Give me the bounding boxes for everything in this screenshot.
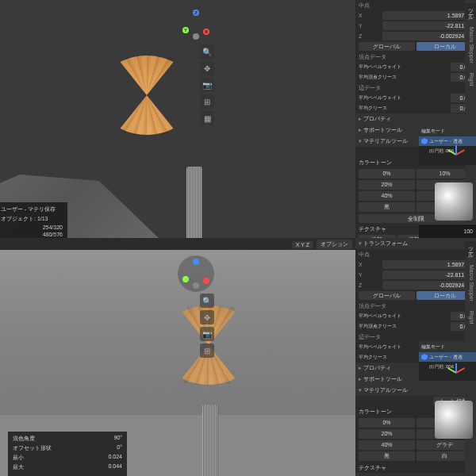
mode-dropdown[interactable]: 編集モード: [421, 128, 445, 135]
tone-black-button[interactable]: 黒: [359, 202, 415, 212]
mesh-bowtie-selected[interactable]: [111, 56, 182, 135]
tone-0-button[interactable]: 0%: [359, 169, 415, 178]
viewport-tools-bottom: 🔍 ✥ 📷 ⊞: [200, 294, 214, 358]
tab-right[interactable]: Right: [465, 71, 476, 87]
collection-icon: [421, 354, 428, 360]
offset-shape[interactable]: 0°: [117, 444, 122, 452]
axis-y-icon[interactable]: [182, 276, 189, 282]
median-y-b[interactable]: -22.811 m: [382, 271, 473, 279]
properties-header[interactable]: プロパティ: [355, 113, 476, 125]
mini-gizmo-bottom[interactable]: [444, 361, 468, 385]
top-pane: Z Y X 🔍 ✥ 📷 ⊞ ▦ ユーザー - マテリ保存 オブジェクト: 1/1…: [0, 0, 476, 238]
move-icon[interactable]: ✥: [200, 310, 214, 324]
persp-icon[interactable]: ⊞: [200, 344, 214, 358]
axis-x-icon[interactable]: X: [203, 29, 209, 35]
viewport-header: X Y Z オプション: [0, 238, 355, 251]
axis-z-icon[interactable]: [193, 259, 199, 265]
stats-title: ユーザー - マテリ保存: [1, 205, 56, 213]
zoom-icon[interactable]: 🔍: [200, 294, 214, 308]
axis-neg-icon[interactable]: [193, 282, 199, 289]
axis-neg-icon[interactable]: [193, 33, 199, 40]
median-x[interactable]: 1.5897 m: [382, 11, 473, 20]
material-preview-top[interactable]: [435, 182, 473, 221]
tab-tool[interactable]: ツール: [465, 3, 476, 19]
tone-20-button[interactable]: 20%: [359, 180, 415, 190]
stats-faces: 480/576: [43, 232, 63, 237]
median-label: 中点: [359, 2, 381, 10]
viewport-bottom[interactable]: X Y Z オプション 🔍 ✥ 📷 ⊞ 混色角度90° オフセット形状0° 最小…: [0, 238, 355, 476]
stats-obj: オブジェクト: 1/13: [1, 215, 48, 223]
tab-macro[interactable]: Macro Stepper: [465, 25, 476, 65]
zoom-icon[interactable]: 🔍: [200, 44, 214, 59]
bevel-min[interactable]: 0.024: [108, 454, 122, 462]
xyz-toggle[interactable]: X Y Z: [292, 241, 313, 248]
stats-verts: 254/320: [43, 225, 63, 230]
axis-z-icon[interactable]: Z: [193, 10, 199, 16]
tone-40-button[interactable]: 40%: [359, 191, 415, 201]
axis-y-icon[interactable]: Y: [182, 27, 189, 33]
mesh-cylinder-bottom: [202, 405, 218, 476]
median-x-b[interactable]: 1.5897 m: [382, 260, 473, 269]
median-z[interactable]: -0.002924 m: [382, 32, 473, 40]
camera-icon[interactable]: 📷: [200, 327, 214, 341]
viewport-top[interactable]: Z Y X 🔍 ✥ 📷 ⊞ ▦ ユーザー - マテリ保存 オブジェクト: 1/1…: [0, 0, 355, 238]
viewport-tools: 🔍 ✥ 📷 ⊞ ▦: [200, 44, 214, 125]
mini-gizmo-top[interactable]: [444, 143, 468, 167]
bottom-pane: X Y Z オプション 🔍 ✥ 📷 ⊞ 混色角度90° オフセット形状0° 最小…: [0, 238, 476, 476]
transform-header[interactable]: トランスフォーム: [355, 238, 476, 249]
stats-overlay: ユーザー - マテリ保存 オブジェクト: 1/13 254/320 480/57…: [0, 202, 67, 238]
mesh-cylinder: [186, 167, 202, 238]
bevel-max[interactable]: 0.044: [108, 463, 122, 471]
move-icon[interactable]: ✥: [200, 61, 214, 75]
timeline-top[interactable]: 100: [419, 224, 476, 238]
axis-x-icon[interactable]: [203, 278, 209, 284]
mix-angle[interactable]: 90°: [113, 435, 122, 443]
global-button[interactable]: グローバル: [359, 42, 415, 51]
global-button-b[interactable]: グローバル: [359, 291, 415, 300]
nav-gizmo[interactable]: Z Y X: [178, 6, 214, 43]
collection-icon: [421, 138, 428, 144]
options-dropdown[interactable]: オプション: [317, 240, 352, 249]
persp-icon[interactable]: ⊞: [200, 94, 214, 109]
material-preview-bottom[interactable]: [435, 401, 473, 439]
median-z-b[interactable]: -0.002924 m: [382, 281, 473, 290]
nav-gizmo-bottom[interactable]: [178, 255, 214, 292]
camera-icon[interactable]: 📷: [200, 78, 214, 92]
median-y[interactable]: -22.811 m: [382, 21, 473, 30]
grid-icon[interactable]: ▦: [200, 111, 214, 125]
bevel-overlay: 混色角度90° オフセット形状0° 最小0.024 最大0.044: [8, 432, 127, 476]
